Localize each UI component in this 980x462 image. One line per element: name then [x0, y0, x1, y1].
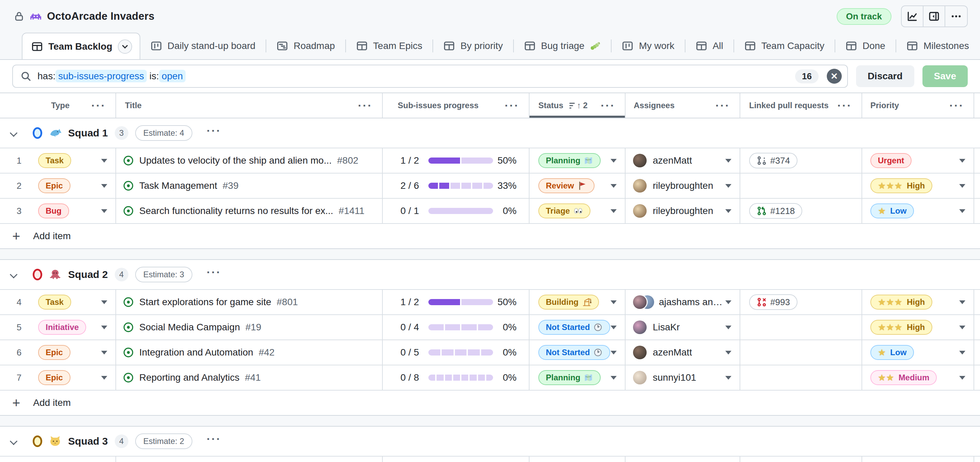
tab-team-capacity[interactable]: Team Capacity — [734, 33, 835, 59]
dropdown-caret-icon[interactable] — [959, 351, 966, 354]
filter-input[interactable]: has:sub-issues-progress is:open 16 ✕ — [12, 65, 848, 88]
dropdown-caret-icon[interactable] — [959, 376, 966, 379]
issue-title[interactable]: Updates to velocity of the ship and alie… — [139, 155, 332, 166]
issue-title[interactable]: Task Management — [139, 180, 217, 191]
status-pill[interactable]: Planning — [538, 370, 601, 385]
save-button[interactable]: Save — [923, 65, 968, 87]
dropdown-caret-icon[interactable] — [101, 300, 107, 304]
assignee-name[interactable]: sunnyi101 — [653, 372, 696, 383]
assignee-name[interactable]: azenMatt — [653, 347, 692, 358]
linked-pr-pill[interactable]: #1218 — [749, 203, 802, 219]
priority-pill[interactable]: ★Low — [870, 345, 914, 360]
column-header-type[interactable]: Type··· — [0, 93, 116, 118]
status-pill[interactable]: Planning — [538, 153, 601, 168]
tab-by-priority[interactable]: By priority — [433, 33, 513, 59]
linked-pr-pill[interactable]: #374 — [749, 153, 797, 168]
dropdown-caret-icon[interactable] — [101, 351, 107, 354]
group-menu-button[interactable]: ··· — [207, 438, 221, 444]
type-pill[interactable]: Task — [38, 153, 71, 168]
column-header-status[interactable]: Status↑2··· — [530, 93, 625, 118]
tab-daily-stand-up-board[interactable]: Daily stand-up board — [140, 33, 266, 59]
tab-all[interactable]: All — [686, 33, 733, 59]
dropdown-caret-icon[interactable] — [725, 351, 732, 354]
priority-pill[interactable]: Urgent — [870, 153, 912, 168]
tab-roadmap[interactable]: Roadmap — [266, 33, 345, 59]
dropdown-caret-icon[interactable] — [101, 325, 107, 329]
type-pill[interactable]: Bug — [38, 203, 69, 218]
dropdown-caret-icon[interactable] — [611, 209, 617, 213]
dropdown-caret-icon[interactable] — [101, 209, 107, 213]
collapse-group-chevron-icon[interactable] — [10, 271, 18, 279]
collapse-group-chevron-icon[interactable] — [10, 438, 18, 445]
group-menu-button[interactable]: ··· — [207, 130, 221, 136]
dropdown-caret-icon[interactable] — [725, 209, 732, 213]
dropdown-caret-icon[interactable] — [101, 376, 107, 379]
type-pill[interactable]: Epic — [38, 345, 70, 360]
type-pill[interactable]: Epic — [38, 178, 70, 193]
insights-button[interactable] — [902, 6, 923, 27]
dropdown-caret-icon[interactable] — [611, 300, 617, 304]
dropdown-caret-icon[interactable] — [959, 184, 966, 188]
tab-team-backlog[interactable]: Team Backlog — [22, 33, 140, 60]
dropdown-caret-icon[interactable] — [959, 300, 966, 304]
dropdown-caret-icon[interactable] — [611, 351, 617, 354]
clear-filter-button[interactable]: ✕ — [827, 69, 842, 84]
status-pill[interactable]: Not Started — [538, 345, 610, 360]
issue-title[interactable]: Search functionality returns no results … — [139, 205, 333, 216]
dropdown-caret-icon[interactable] — [101, 184, 107, 188]
dropdown-caret-icon[interactable] — [611, 376, 617, 379]
tab-done[interactable]: Done — [835, 33, 896, 59]
group-menu-button[interactable]: ··· — [207, 271, 221, 278]
collapse-side-panel-button[interactable] — [923, 6, 945, 27]
issue-title[interactable]: Integration and Automation — [139, 347, 253, 358]
priority-pill[interactable]: ★★Medium — [870, 370, 937, 385]
dropdown-caret-icon[interactable] — [101, 159, 107, 163]
add-item-button[interactable]: +Add item — [0, 391, 980, 416]
column-header-title[interactable]: Title··· — [116, 93, 383, 118]
priority-pill[interactable]: ★Low — [870, 203, 914, 218]
priority-pill[interactable]: ★★★High — [870, 295, 932, 310]
column-header-linked-pull-requests[interactable]: Linked pull requests··· — [740, 93, 862, 118]
priority-pill[interactable]: ★★★High — [870, 178, 932, 193]
status-pill[interactable]: Triage — [538, 203, 590, 218]
issue-title[interactable]: Start explorations for game site — [139, 297, 271, 308]
collapse-group-chevron-icon[interactable] — [10, 129, 18, 137]
dropdown-caret-icon[interactable] — [725, 159, 732, 163]
dropdown-caret-icon[interactable] — [725, 300, 732, 304]
dropdown-caret-icon[interactable] — [725, 376, 732, 379]
tab-milestones[interactable]: Milestones — [896, 33, 979, 59]
tab-bug-triage[interactable]: Bug triage — [514, 33, 611, 59]
status-badge[interactable]: On track — [837, 8, 892, 25]
tab-team-epics[interactable]: Team Epics — [346, 33, 433, 59]
column-header-assignees[interactable]: Assignees··· — [625, 93, 740, 118]
column-header-sub-issues-progress[interactable]: Sub-issues progress··· — [383, 93, 530, 118]
issue-title[interactable]: Reporting and Analytics — [139, 372, 239, 383]
type-pill[interactable]: Initiative — [38, 320, 86, 335]
column-header-priority[interactable]: Priority··· — [862, 93, 974, 118]
view-menu-button[interactable] — [118, 40, 132, 54]
assignee-name[interactable]: rileybroughten — [653, 180, 713, 191]
assignee-name[interactable]: LisaKr — [653, 322, 680, 333]
dropdown-caret-icon[interactable] — [959, 209, 966, 213]
status-pill[interactable]: Building — [538, 295, 599, 310]
status-pill[interactable]: Review — [538, 178, 595, 193]
type-pill[interactable]: Epic — [38, 370, 70, 385]
status-pill[interactable]: Not Started — [538, 320, 610, 335]
priority-pill[interactable]: ★★★High — [870, 320, 932, 335]
assignee-name[interactable]: rileybroughten — [653, 205, 713, 216]
type-pill[interactable]: Task — [38, 295, 71, 310]
issue-title[interactable]: Social Media Campaign — [139, 322, 240, 333]
dropdown-caret-icon[interactable] — [725, 325, 732, 329]
dropdown-caret-icon[interactable] — [611, 184, 617, 188]
dropdown-caret-icon[interactable] — [959, 159, 966, 163]
dropdown-caret-icon[interactable] — [611, 159, 617, 163]
dropdown-caret-icon[interactable] — [725, 184, 732, 188]
discard-button[interactable]: Discard — [856, 65, 914, 87]
linked-pr-pill[interactable]: #993 — [749, 294, 797, 310]
assignee-name[interactable]: ajashams and... — [659, 297, 725, 308]
more-options-button[interactable] — [945, 6, 967, 27]
add-item-button[interactable]: +Add item — [0, 224, 980, 249]
dropdown-caret-icon[interactable] — [959, 325, 966, 329]
dropdown-caret-icon[interactable] — [611, 325, 617, 329]
tab-my-work[interactable]: My work — [612, 33, 684, 59]
